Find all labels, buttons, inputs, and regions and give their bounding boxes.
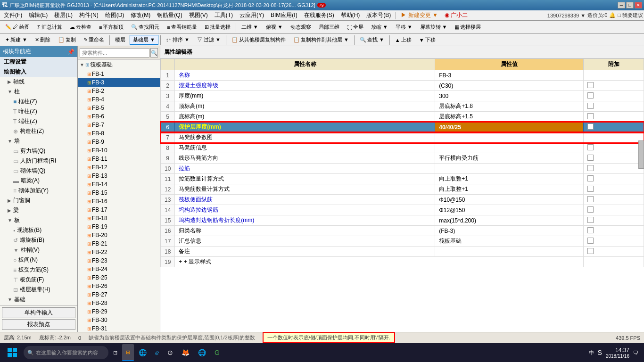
menu-component[interactable]: 构件(N) (76, 10, 101, 20)
list-item[interactable]: ⊞FB-22 (78, 248, 160, 256)
nav-frame-column[interactable]: ■ 框柱(Z) (0, 97, 77, 107)
list-item[interactable]: ⊞FB-28 (78, 299, 160, 307)
attr-value-cell[interactable]: 平行横向受力筋 (435, 153, 584, 164)
list-item[interactable]: ⊞FB-15 (78, 189, 160, 197)
menu-version[interactable]: 版本号(B) (363, 10, 394, 20)
attr-name-cell[interactable]: 保护层厚度(mm) (175, 122, 435, 132)
checkbox[interactable] (587, 248, 594, 254)
nav-struct-column[interactable]: ⊕ 构造柱(Z) (0, 126, 77, 136)
attr-expand-cell[interactable]: + + 显示样式 (175, 257, 584, 267)
nav-dark-beam[interactable]: ▬ 暗梁(A) (0, 176, 77, 186)
attr-name-cell[interactable]: 坞构造拉边钢筋 (175, 205, 435, 215)
nav-axis[interactable]: ▶ 轴线 (0, 77, 77, 87)
table-row[interactable]: 10 拉筋 (161, 164, 644, 174)
delete-comp-button[interactable]: ✕ 删除 (32, 35, 54, 45)
table-row[interactable]: 2 混凝土强度等级 (C30) (161, 81, 644, 91)
attr-value-cell[interactable]: 筏板基础 (435, 236, 584, 247)
nav-dark-column[interactable]: T 暗柱(Z) (0, 107, 77, 116)
nav-foundation[interactable]: ▼ 基础 (0, 295, 77, 304)
batch-select-button[interactable]: ⊞ 批量选择 (201, 22, 234, 32)
nav-beam[interactable]: ▶ 梁 (0, 206, 77, 215)
app-taskbar-item[interactable]: ⊞ (122, 344, 134, 361)
zoom-button[interactable]: 放缩 ▼ (368, 22, 391, 32)
menu-tools[interactable]: 工具(T) (212, 10, 236, 20)
attr-name-cell[interactable]: 混凝土强度等级 (175, 81, 435, 91)
list-item[interactable]: ⊞FB-10 (78, 146, 160, 155)
nav-civil-wall[interactable]: ▭ 人防门框墙(RI (0, 156, 77, 166)
move-up-button[interactable]: ▲ 上移 (392, 35, 415, 45)
list-item[interactable]: ⊞FB-4 (78, 95, 160, 104)
ie-taskbar-item[interactable]: ℯ (151, 344, 163, 361)
cloud-check-button[interactable]: ☁ 云检查 (66, 22, 95, 32)
checkbox[interactable] (587, 155, 594, 161)
attr-value-cell[interactable] (435, 132, 584, 143)
fullscreen-button[interactable]: ⛶ 全屏 (344, 22, 367, 32)
attr-value-cell[interactable]: 向上取整+1 (435, 184, 584, 195)
attr-value-cell[interactable] (435, 247, 584, 257)
checkbox[interactable] (587, 238, 594, 244)
cortana-button[interactable]: 🔍 在这里输入你要搜索的内容 (24, 346, 108, 359)
attr-value-cell[interactable]: max(15*d,200) (435, 215, 584, 226)
close-button[interactable]: ✕ (635, 2, 642, 8)
base-floor-dropdown[interactable]: 基础层 ▼ (130, 35, 158, 45)
attr-value-cell[interactable]: 300 (435, 91, 584, 101)
search-input[interactable] (80, 48, 149, 58)
nav-slab[interactable]: ▼ 板 (0, 215, 77, 225)
partial-3d-button[interactable]: 局部三维 (315, 22, 343, 32)
scroll-thumb[interactable] (638, 140, 644, 169)
attr-value-cell[interactable] (435, 143, 584, 153)
checkbox[interactable] (587, 113, 594, 119)
single-component-button[interactable]: 单构件输入 (2, 307, 75, 318)
search-button[interactable]: 🔍 (150, 48, 158, 58)
menu-online[interactable]: 在线服务(S) (301, 10, 337, 20)
list-item[interactable]: ⊞FB-25 (78, 273, 160, 282)
menu-cloud[interactable]: 云应用(Y) (237, 10, 267, 20)
new-change-button[interactable]: ▶ 新建变更 ▼ (398, 10, 441, 20)
menu-view[interactable]: 视图(V) (186, 10, 211, 20)
network-taskbar-item[interactable]: 🌐 (194, 344, 210, 361)
table-row[interactable]: 13 筏板侧面纵筋 Φ10@150 (161, 195, 644, 205)
list-item[interactable]: ⊞FB-21 (78, 239, 160, 248)
attr-name-cell[interactable]: 筏板侧面纵筋 (175, 195, 435, 205)
checkbox[interactable] (587, 196, 594, 202)
nav-draw-input[interactable]: 绘图输入 (0, 67, 77, 77)
attr-value-cell[interactable] (435, 164, 584, 174)
list-item[interactable]: ⊞FB-16 (78, 197, 160, 206)
bell-icon[interactable]: 🔔 (609, 12, 616, 18)
checkbox[interactable] (587, 227, 594, 233)
guangxiao-button[interactable]: ◉ 广小二 (442, 10, 471, 20)
pan-button[interactable]: 平移 ▼ (392, 22, 416, 32)
nav-col-cap[interactable]: ▼ 柱帽(V) (0, 245, 77, 255)
browser-taskbar-item[interactable]: 🌐 (135, 344, 150, 361)
menu-edit[interactable]: 编辑(E) (26, 10, 50, 20)
list-item[interactable]: ⊞FB-29 (78, 307, 160, 316)
list-item[interactable]: ⊞FB-31 (78, 324, 160, 332)
start-button[interactable] (2, 344, 23, 361)
table-row[interactable]: 11 拉筋数量计算方式 向上取整+1 (161, 174, 644, 184)
table-row[interactable]: 9 线形马凳筋方向 平行横向受力筋 (161, 153, 644, 164)
build-button[interactable]: □ 我要建议 (618, 12, 643, 19)
list-item[interactable]: ⊞FB-23 (78, 256, 160, 265)
find-button[interactable]: 🔍 查找 ▼ (356, 35, 388, 45)
new-comp-button[interactable]: ✦ 新建 ▼ (2, 35, 31, 45)
table-row[interactable]: 14 坞构造拉边钢筋 Φ12@150 (161, 205, 644, 215)
nav-shear-wall[interactable]: ▭ 剪力墙(Q) (0, 146, 77, 156)
nav-end-column[interactable]: T 端柱(Z) (0, 116, 77, 126)
attr-value-cell[interactable]: 向上取整+1 (435, 174, 584, 184)
draw-button[interactable]: ✏️ 🖊 绘图 (2, 22, 33, 32)
list-item[interactable]: ⊞FB-5 (78, 104, 160, 112)
input-method-icon[interactable]: S (598, 349, 602, 356)
attr-value-cell[interactable]: 40/40/25 (435, 122, 584, 132)
table-row[interactable]: 1 名称 FB-3 (161, 70, 644, 81)
list-item[interactable]: ⊞FB-14 (78, 180, 160, 189)
attr-name-cell[interactable]: 拉筋 (175, 164, 435, 174)
attr-value-cell[interactable]: (C30) (435, 81, 584, 91)
menu-rebar-qty[interactable]: 钢筋量(Q) (154, 10, 185, 20)
copy-comp-button[interactable]: 📋 复制 (55, 35, 79, 45)
rename-comp-button[interactable]: ✎ 重命名 (80, 35, 107, 45)
view-rebar-button[interactable]: ≡ 查看钢筋量 (164, 22, 200, 32)
checkbox[interactable] (587, 82, 594, 88)
checkbox[interactable] (587, 144, 594, 150)
attr-value-cell[interactable]: Φ12@150 (435, 205, 584, 215)
attr-name-cell[interactable]: 坞构造封边钢筋弯折长度(mm) (175, 215, 435, 226)
